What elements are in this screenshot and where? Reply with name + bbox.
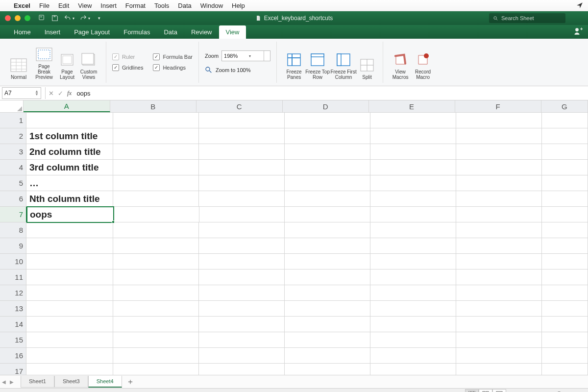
- cell-B10[interactable]: [113, 254, 199, 270]
- cell-A7[interactable]: oops: [27, 207, 114, 222]
- cell-G5[interactable]: [542, 175, 588, 191]
- name-box[interactable]: A7 ▲▼: [2, 87, 41, 99]
- cell-B15[interactable]: [113, 332, 199, 348]
- custom-views-button[interactable]: Custom Views: [77, 45, 100, 80]
- cell-F12[interactable]: [456, 285, 542, 301]
- cell-D14[interactable]: [285, 317, 370, 332]
- row-header-6[interactable]: 6: [0, 191, 26, 207]
- cell-G10[interactable]: [542, 254, 588, 270]
- add-sheet-button[interactable]: ＋: [125, 376, 136, 387]
- cell-C7[interactable]: [199, 207, 285, 222]
- row-header-5[interactable]: 5: [0, 175, 26, 191]
- cell-A3[interactable]: 2nd column title: [26, 144, 113, 160]
- cell-C2[interactable]: [199, 128, 285, 144]
- cell-E16[interactable]: [370, 348, 456, 364]
- cell-C8[interactable]: [199, 222, 285, 238]
- cell-B16[interactable]: [113, 348, 199, 364]
- sheet-nav-next-icon[interactable]: ▶: [8, 378, 16, 386]
- tab-home[interactable]: Home: [7, 25, 38, 39]
- cell-E12[interactable]: [370, 285, 456, 301]
- cell-E13[interactable]: [370, 301, 456, 317]
- zoom-dropdown[interactable]: 198%▾: [221, 50, 270, 61]
- cell-C16[interactable]: [199, 348, 285, 364]
- share-icon[interactable]: [573, 26, 583, 36]
- cell-G11[interactable]: [542, 270, 588, 285]
- cell-F14[interactable]: [456, 317, 542, 332]
- sheet-tab-sheet1[interactable]: Sheet1: [21, 376, 54, 388]
- column-header-D[interactable]: D: [283, 100, 369, 112]
- page-layout-button[interactable]: Page Layout: [57, 45, 77, 80]
- column-header-A[interactable]: A: [24, 100, 110, 112]
- cell-C17[interactable]: [199, 364, 285, 375]
- cell-C15[interactable]: [199, 332, 285, 348]
- page-break-preview-button[interactable]: Page Break Preview: [31, 45, 57, 80]
- cell-B5[interactable]: [113, 175, 199, 191]
- column-header-C[interactable]: C: [196, 100, 283, 112]
- row-header-10[interactable]: 10: [0, 254, 26, 270]
- cell-C9[interactable]: [199, 238, 285, 254]
- cell-C5[interactable]: [199, 175, 285, 191]
- row-header-14[interactable]: 14: [0, 317, 26, 332]
- tab-insert[interactable]: Insert: [38, 25, 68, 39]
- app-menu-file[interactable]: File: [39, 2, 49, 9]
- cell-D13[interactable]: [285, 301, 370, 317]
- cell-D1[interactable]: [285, 113, 370, 128]
- cell-G16[interactable]: [542, 348, 588, 364]
- cell-F11[interactable]: [456, 270, 542, 285]
- cell-D12[interactable]: [285, 285, 370, 301]
- cell-D2[interactable]: [285, 128, 370, 144]
- row-header-16[interactable]: 16: [0, 348, 26, 364]
- cell-A1[interactable]: [26, 113, 113, 128]
- cell-F9[interactable]: [456, 238, 542, 254]
- row-header-15[interactable]: 15: [0, 332, 26, 348]
- view-switch-normal[interactable]: [465, 389, 479, 392]
- app-menu-insert[interactable]: Insert: [100, 2, 117, 9]
- freeze-first-col-button[interactable]: Freeze First Column: [330, 45, 357, 80]
- cell-C3[interactable]: [199, 144, 285, 160]
- cell-C4[interactable]: [199, 160, 285, 175]
- cell-B1[interactable]: [113, 113, 199, 128]
- cell-B7[interactable]: [114, 207, 199, 222]
- row-header-17[interactable]: 17: [0, 364, 26, 375]
- cell-C1[interactable]: [199, 113, 285, 128]
- app-menu-excel[interactable]: Excel: [14, 2, 30, 9]
- cell-A9[interactable]: [26, 238, 113, 254]
- freeze-top-row-button[interactable]: Freeze Top Row: [305, 45, 330, 80]
- window-close-button[interactable]: [5, 15, 11, 21]
- accept-formula-icon[interactable]: ✓: [58, 90, 63, 97]
- row-header-4[interactable]: 4: [0, 160, 26, 175]
- column-header-G[interactable]: G: [541, 100, 588, 112]
- app-menu-format[interactable]: Format: [125, 2, 146, 9]
- sheet-nav-prev-icon[interactable]: ◀: [0, 378, 8, 386]
- cell-B3[interactable]: [113, 144, 199, 160]
- fx-icon[interactable]: fx: [67, 89, 72, 97]
- row-header-1[interactable]: 1: [0, 113, 26, 128]
- headings-checkbox[interactable]: ✓Headings: [153, 64, 193, 71]
- cell-E2[interactable]: [370, 128, 456, 144]
- cell-E9[interactable]: [370, 238, 456, 254]
- cell-E10[interactable]: [370, 254, 456, 270]
- view-normal-button[interactable]: Normal: [6, 45, 31, 80]
- cell-E3[interactable]: [370, 144, 456, 160]
- cell-A8[interactable]: [26, 222, 113, 238]
- zoom-100-button[interactable]: Zoom to 100%: [205, 66, 270, 74]
- cell-A17[interactable]: [26, 364, 113, 375]
- row-header-3[interactable]: 3: [0, 144, 26, 160]
- cell-E7[interactable]: [370, 207, 456, 222]
- column-header-F[interactable]: F: [455, 100, 541, 112]
- cell-B11[interactable]: [113, 270, 199, 285]
- cell-G7[interactable]: [542, 207, 588, 222]
- app-menu-window[interactable]: Window: [200, 2, 223, 9]
- cell-E4[interactable]: [370, 160, 456, 175]
- cell-D10[interactable]: [285, 254, 370, 270]
- cell-B2[interactable]: [113, 128, 199, 144]
- cell-D17[interactable]: [285, 364, 370, 375]
- app-menu-tools[interactable]: Tools: [154, 2, 169, 9]
- row-header-9[interactable]: 9: [0, 238, 26, 254]
- cell-E15[interactable]: [370, 332, 456, 348]
- view-switch-page-break[interactable]: [492, 389, 506, 392]
- cell-B8[interactable]: [113, 222, 199, 238]
- cell-B14[interactable]: [113, 317, 199, 332]
- row-header-8[interactable]: 8: [0, 222, 26, 238]
- view-macros-button[interactable]: View Macros: [389, 45, 412, 80]
